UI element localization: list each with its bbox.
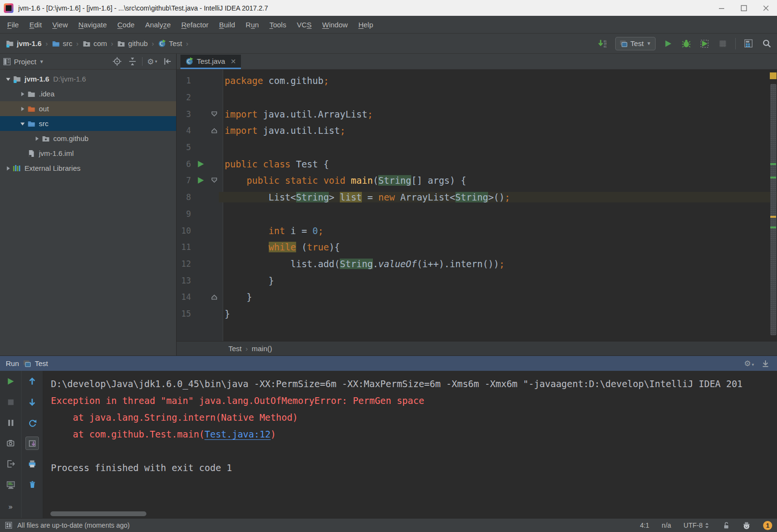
unlocked-icon[interactable]: [722, 521, 730, 529]
file-encoding[interactable]: UTF-8: [683, 521, 710, 529]
error-stripe[interactable]: [769, 70, 777, 341]
chevron-down-icon[interactable]: ▼: [39, 59, 44, 64]
debug-button[interactable]: [681, 38, 692, 49]
stop-disabled-icon: [718, 39, 727, 48]
caret-position[interactable]: 4:1: [640, 521, 649, 529]
editor-crumb-main[interactable]: main(): [252, 344, 273, 353]
search-everywhere-icon[interactable]: [761, 38, 772, 49]
code-text: List<String> list = new ArrayList<String…: [219, 192, 777, 202]
close-button[interactable]: [755, 0, 777, 16]
up-stack-trace-button[interactable]: [25, 375, 39, 388]
run-with-coverage-button[interactable]: [699, 38, 710, 49]
menu-analyze[interactable]: Analyze: [140, 21, 176, 29]
code-line-5: 5: [177, 139, 777, 156]
tree-expanded-icon[interactable]: [18, 120, 27, 127]
toolwindow-switcher-icon[interactable]: [5, 521, 12, 529]
tree-item-jvm-1-6-iml[interactable]: jvm-1.6.iml: [0, 146, 176, 161]
menu-view[interactable]: View: [47, 21, 73, 29]
run-gutter-icon[interactable]: [196, 160, 205, 168]
editor-scrollbar[interactable]: [770, 84, 777, 335]
tree-expanded-icon[interactable]: [4, 76, 12, 83]
tree-item-com-github[interactable]: com.github: [0, 131, 176, 146]
fold-open-icon[interactable]: [209, 111, 219, 118]
stripe-mark-green[interactable]: [770, 177, 776, 178]
token: }: [225, 308, 230, 319]
stripe-mark-yellow[interactable]: [770, 216, 776, 218]
down-stack-trace-button[interactable]: [25, 395, 39, 409]
menu-window[interactable]: Window: [317, 21, 353, 29]
menu-build[interactable]: Build: [214, 21, 240, 29]
console-output[interactable]: D:\develop\Java\jdk1.6.0_45\bin\java -XX…: [43, 371, 777, 518]
scroll-to-end-button[interactable]: [25, 437, 39, 450]
tree-collapsed-icon[interactable]: [18, 91, 27, 97]
maximize-button[interactable]: [733, 0, 755, 16]
tab-test-java[interactable]: C Test.java ✕: [180, 55, 241, 69]
tree-item-external-libraries[interactable]: External Libraries: [0, 161, 176, 176]
binary-download-icon[interactable]: 011001: [597, 38, 609, 49]
stripe-mark-green[interactable]: [770, 163, 776, 165]
tree-collapsed-icon[interactable]: [18, 106, 27, 112]
console-text: at com.github.Test.main(: [51, 429, 204, 439]
nav-crumb-github[interactable]: github: [116, 39, 149, 47]
collapse-all-icon[interactable]: [127, 56, 138, 67]
stacktrace-link[interactable]: Test.java:12: [204, 429, 270, 440]
inspections-hector-icon[interactable]: [742, 521, 751, 530]
nav-crumb-test[interactable]: CTest: [157, 39, 183, 47]
event-log-badge[interactable]: 1: [763, 521, 772, 530]
console-horizontal-scrollbar[interactable]: [50, 511, 146, 516]
menu-file[interactable]: File: [2, 21, 24, 29]
run-gutter-icon[interactable]: [196, 176, 205, 185]
hide-panel-icon[interactable]: [162, 56, 173, 67]
run-tab-label[interactable]: Test: [35, 359, 48, 367]
nav-crumb-label: Test: [169, 39, 182, 47]
minimize-button[interactable]: [711, 0, 733, 16]
more-chevron-icon[interactable]: »: [4, 500, 17, 513]
menu-help[interactable]: Help: [353, 21, 379, 29]
nav-crumb-jvm-1.6[interactable]: jvm-1.6: [5, 39, 43, 47]
menu-tools[interactable]: Tools: [264, 21, 291, 29]
rerun-button[interactable]: [4, 375, 17, 388]
code-editor[interactable]: 1package com.github;23import java.util.A…: [177, 70, 777, 341]
close-tab-icon[interactable]: ✕: [230, 58, 236, 65]
hide-panel-icon: [163, 57, 172, 66]
menu-edit[interactable]: Edit: [24, 21, 47, 29]
project-tab-icon: [3, 58, 11, 66]
soft-wraps-button[interactable]: [25, 416, 39, 429]
tree-item-jvm-1-6[interactable]: jvm-1.6D:\jvm-1.6: [0, 71, 176, 86]
editor-crumb-test[interactable]: Test: [228, 344, 242, 353]
fold-close-icon[interactable]: [209, 294, 219, 300]
menu-code[interactable]: Code: [112, 21, 140, 29]
restore-layout-icon[interactable]: [742, 38, 754, 49]
run-button[interactable]: [662, 38, 674, 49]
tree-collapsed-icon[interactable]: [4, 165, 12, 172]
token: ;: [340, 125, 345, 136]
fold-open-icon[interactable]: [209, 177, 219, 184]
menu-vcs[interactable]: VCS: [291, 21, 317, 29]
gear-icon[interactable]: ⚙▾: [146, 56, 158, 67]
code-lines: 1package com.github;23import java.util.A…: [177, 70, 777, 322]
nav-crumb-com[interactable]: com: [82, 39, 108, 47]
hide-panel-icon[interactable]: [760, 358, 771, 369]
tree-item-src[interactable]: src: [0, 116, 176, 131]
menu-refactor[interactable]: Refactor: [176, 21, 214, 29]
print-button[interactable]: [25, 457, 39, 471]
tree-item-out[interactable]: out: [0, 101, 176, 116]
tree-collapsed-icon[interactable]: [33, 135, 41, 142]
toolbar-separator: [142, 57, 143, 66]
run-configuration-select[interactable]: Test ▼: [615, 37, 656, 50]
menu-navigate[interactable]: Navigate: [73, 21, 112, 29]
line-number: 8: [177, 192, 191, 202]
show-console-button[interactable]: [4, 478, 17, 491]
fold-close-icon[interactable]: [209, 127, 219, 134]
java-class-icon: C: [185, 57, 193, 65]
locate-file-icon[interactable]: [111, 56, 123, 67]
line-separator[interactable]: n/a: [662, 521, 671, 529]
project-panel-title[interactable]: Project: [14, 58, 36, 66]
clear-all-button[interactable]: [25, 478, 39, 491]
token: (: [373, 175, 378, 186]
stripe-mark-green[interactable]: [770, 226, 776, 228]
gear-icon[interactable]: ⚙▾: [744, 359, 754, 368]
tree-item--idea[interactable]: .idea: [0, 86, 176, 101]
nav-crumb-src[interactable]: src: [51, 39, 73, 47]
menu-run[interactable]: Run: [240, 21, 264, 29]
